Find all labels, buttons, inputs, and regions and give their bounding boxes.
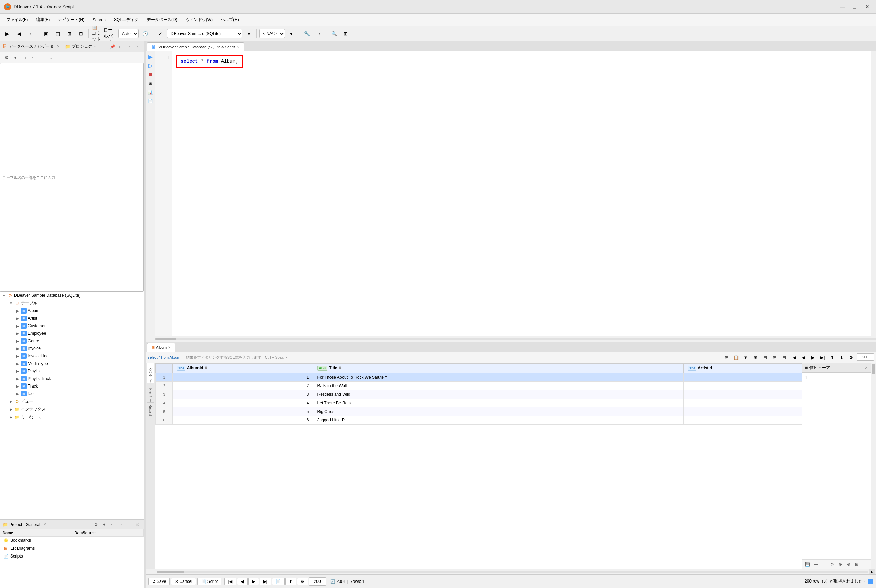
close-project-tab[interactable]: ✕ [43,522,46,526]
close-nav-tab[interactable]: ✕ [57,44,60,49]
editor-content[interactable]: select * from Album; [155,51,870,71]
project-row-scripts[interactable]: 📄 Scripts [0,552,144,560]
project-collapse[interactable]: □ [125,521,133,528]
db-navigator-tab[interactable]: 🗄 データベースナビゲータ [3,44,54,50]
toolbar-check[interactable]: ✓ [155,29,165,38]
db-select-dropdown[interactable]: DBeaver Sam ... e (SQLite) [167,29,242,38]
script-tab-close[interactable]: ✕ [237,45,240,49]
result-hscroll-track[interactable] [157,570,868,573]
table-row[interactable]: 4 4 Let There Be Rock [156,399,802,407]
tree-item-foo[interactable]: ▶ ⊞ foo [0,390,144,398]
table-row[interactable]: 1 1 For Those About To Rock We Salute Y [156,373,802,381]
rows-limit-input[interactable] [309,578,326,586]
result-scroll-thumb[interactable] [871,364,875,374]
nav-btn-new[interactable]: ▼ [12,54,19,62]
tree-db-root[interactable]: ▼ ⊙ DBeaver Sample Database (SQLite) [0,292,144,299]
tree-other-folder[interactable]: ▶ 📁 ミ・なニス [0,413,144,421]
tree-item-track[interactable]: ▶ ⊞ Track [0,382,144,390]
tree-arrow-playlisttrack[interactable]: ▶ [15,377,21,381]
script-btn[interactable]: 📄 Script [197,578,222,585]
tree-arrow-track[interactable]: ▶ [15,384,21,388]
tree-item-employee[interactable]: ▶ ⊞ Employee [0,330,144,337]
hscroll-track[interactable] [155,338,876,340]
result-settings-btn[interactable]: ⚙ [847,353,855,362]
result-toolbar-btn2[interactable]: ⊟ [761,353,769,362]
result-rows-input[interactable] [857,353,874,361]
close-button[interactable]: ✕ [862,2,872,12]
nav-next-btn[interactable]: ▶ [248,578,259,585]
toolbar-btn-3[interactable]: ⟨ [26,29,36,38]
run-btn[interactable]: ▶ [147,53,154,60]
restore-button[interactable]: □ [850,2,859,12]
tree-arrow-playlist[interactable]: ▶ [15,369,21,373]
hscroll-thumb[interactable] [155,338,176,340]
menu-window[interactable]: ウィンドウ(W) [182,15,216,24]
result-export-btn[interactable]: ⬆ [828,353,836,362]
col-header-title[interactable]: ABC Title ⇅ [313,363,684,373]
tree-item-customer[interactable]: ▶ ⊞ Customer [0,322,144,330]
menu-file[interactable]: ファイル(F) [3,15,31,24]
side-tab-record[interactable]: Record [147,403,153,418]
nav-btn-sync[interactable]: ↕ [47,54,55,62]
project-close[interactable]: ✕ [134,521,141,528]
project-settings-btn[interactable]: ⚙ [92,521,100,528]
tree-arrow-genre[interactable]: ▶ [15,339,21,343]
title-sort-icon[interactable]: ⇅ [339,366,341,370]
tree-arrow-invoice[interactable]: ▶ [15,347,21,351]
result-last-btn[interactable]: ▶| [818,353,826,362]
tree-arrow-foo[interactable]: ▶ [15,392,21,396]
project-nav-right[interactable]: → [117,521,125,528]
project-row-er[interactable]: ⊞ ER Diagrams [0,544,144,552]
tree-arrow-album[interactable]: ▶ [15,309,21,313]
col-header-artistid[interactable]: 123 ArtistId [684,363,802,373]
toolbar-btn-2[interactable]: ◀ [14,29,24,38]
toolbar-rollback[interactable]: ↩ ロールバック [103,29,113,38]
nav-btn-collapse[interactable]: □ [21,54,28,62]
toolbar-search-global[interactable]: 🔍 [329,29,339,38]
table-row[interactable]: 6 6 Jagged Little Pill [156,416,802,424]
nav-first-btn[interactable]: |◀ [224,578,236,585]
close-value-panel[interactable]: ✕ [865,366,868,370]
toolbar-btn-1[interactable]: ▶ [2,29,12,38]
toolbar-commit[interactable]: 📋 コミット [91,29,102,38]
toolbar-clock[interactable]: 🕐 [140,29,150,38]
menu-navigate[interactable]: ナビゲート(N) [54,15,88,24]
result-toolbar-btn1[interactable]: ⊞ [751,353,759,362]
tree-arrow-employee[interactable]: ▶ [15,332,21,336]
albumid-sort-icon[interactable]: ⇅ [205,366,207,370]
tree-arrow-other[interactable]: ▶ [8,415,14,419]
project-row-bookmarks[interactable]: ⭐ Bookmarks [0,537,144,544]
minimize-button[interactable]: — [838,2,847,12]
toolbar-wrench[interactable]: 🔧 [302,29,312,38]
result-hscroll-thumb[interactable] [157,570,184,573]
menu-edit[interactable]: 編集(E) [33,15,53,24]
stop-btn[interactable]: ⏹ [147,70,154,78]
run-script-btn[interactable]: ▷ [147,62,154,69]
menu-sql-editor[interactable]: SQLエディタ [110,15,142,24]
result-prev-btn[interactable]: ◀ [799,353,807,362]
tree-item-invoiceline[interactable]: ▶ ⊞ InvoiceLine [0,352,144,360]
result-next-btn[interactable]: ▶ [809,353,817,362]
explain-plan-btn[interactable]: 📊 [147,88,154,96]
nav-search-input[interactable] [0,63,144,292]
nav-settings-btn[interactable]: ⚙ [297,578,308,585]
tree-arrow-invoiceline[interactable]: ▶ [15,354,21,358]
result-tab-album[interactable]: ⊞ Album ✕ [147,343,175,352]
side-tab-grid[interactable]: グリッド [147,363,154,383]
value-zoom-out-btn[interactable]: ⊖ [845,561,852,568]
nav-count-btn[interactable]: 📄 [272,578,285,585]
tree-tables-folder[interactable]: ▼ ⊞ テーブル [0,299,144,307]
editor-area[interactable]: 1 select * from Album; [155,51,870,336]
result-tab-close[interactable]: ✕ [168,346,171,350]
pin-btn[interactable]: 📌 [109,43,116,50]
auto-commit-dropdown[interactable]: Auto [118,29,138,38]
project-nav-left[interactable]: ← [109,521,116,528]
tree-arrow-views[interactable]: ▶ [8,399,14,403]
panel-arrow-right[interactable]: → [125,43,133,50]
toolbar-na-expand[interactable]: ▼ [286,29,297,38]
value-expand-btn[interactable]: + [820,561,828,568]
toolbar-btn-5[interactable]: ◫ [53,29,63,38]
tree-item-invoice[interactable]: ▶ ⊞ Invoice [0,345,144,352]
tree-item-playlisttrack[interactable]: ▶ ⊞ PlaylistTrack [0,375,144,382]
table-row[interactable]: 3 3 Restless and Wild [156,390,802,399]
